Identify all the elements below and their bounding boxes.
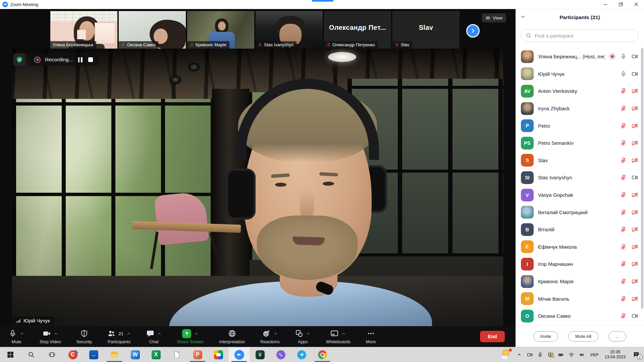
chat-caret-icon[interactable] bbox=[157, 331, 162, 336]
taskbar-search-icon bbox=[28, 351, 35, 358]
participant-avatar: P bbox=[521, 119, 534, 132]
view-button[interactable]: View bbox=[482, 13, 506, 22]
participant-row[interactable]: VVasya Gopchak bbox=[516, 186, 641, 204]
weather-widget[interactable] bbox=[500, 349, 512, 361]
language-indicator[interactable]: УКР bbox=[587, 347, 601, 362]
tray-cast-button[interactable] bbox=[545, 347, 556, 362]
taskbar-explorer[interactable] bbox=[104, 347, 125, 362]
participant-row[interactable]: Уляна Бережниц... (Host, me) bbox=[516, 48, 641, 65]
tray-volume-button[interactable] bbox=[577, 347, 587, 362]
taskbar-ccleaner[interactable]: C bbox=[62, 347, 83, 362]
filmstrip-tile-3[interactable]: Кривоніс Марія bbox=[187, 11, 254, 49]
taskbar-clock[interactable]: 15:3513.04.2023 bbox=[601, 347, 629, 362]
participant-avatar bbox=[521, 275, 534, 288]
participant-name: Anton Vterkovsky bbox=[538, 88, 577, 94]
filmstrip-tile-6[interactable]: SlavSlav bbox=[392, 11, 460, 49]
reactions-caret-icon[interactable] bbox=[273, 331, 278, 336]
toolbar-more[interactable]: More bbox=[366, 329, 376, 344]
taskbar-word[interactable]: W bbox=[125, 347, 146, 362]
tray-battery-button[interactable] bbox=[556, 347, 566, 362]
mute-all-button[interactable]: Mute All bbox=[568, 331, 598, 342]
toolbar-interpretation[interactable]: Interpretation bbox=[219, 329, 245, 344]
taskbar-diia[interactable] bbox=[250, 347, 270, 362]
close-button[interactable] bbox=[629, 0, 644, 9]
viber-phone-icon bbox=[279, 353, 283, 357]
restore-button[interactable] bbox=[613, 0, 629, 9]
apps-caret-icon[interactable] bbox=[306, 331, 311, 336]
participant-row[interactable]: AVAnton Vterkovsky bbox=[516, 82, 641, 100]
tray-mic-button[interactable] bbox=[535, 347, 545, 362]
participants-more-button[interactable]: ... bbox=[608, 331, 626, 342]
tray-camera-button[interactable] bbox=[525, 347, 535, 362]
stop-video-caret-icon[interactable] bbox=[54, 331, 58, 336]
tray-expand-button[interactable] bbox=[514, 347, 525, 362]
participant-row[interactable]: IІгор Марчишин bbox=[516, 255, 641, 273]
thumbnail-name: Олександр Петренко bbox=[332, 42, 375, 47]
main-video[interactable]: Recording... Юрій Чучук bbox=[12, 49, 503, 326]
taskbar-task-view[interactable] bbox=[42, 347, 62, 362]
taskbar-spacer bbox=[333, 347, 500, 362]
taskbar-teamviewer[interactable]: ↔ bbox=[83, 347, 104, 362]
search-input[interactable] bbox=[521, 29, 639, 42]
toolbar-share-screen[interactable]: Share Screen bbox=[177, 329, 204, 344]
taskbar-telegram[interactable] bbox=[291, 347, 312, 362]
next-participants-page-button[interactable] bbox=[466, 24, 480, 38]
pause-recording-button[interactable] bbox=[77, 57, 83, 63]
taskbar-start[interactable] bbox=[0, 347, 21, 362]
participant-row[interactable]: Виталий Смотрицкий bbox=[516, 203, 641, 221]
whiteboards-caret-icon[interactable] bbox=[341, 331, 346, 336]
share-screen-caret-icon[interactable] bbox=[194, 331, 199, 336]
toolbar-chat[interactable]: Chat bbox=[146, 329, 162, 344]
participant-row[interactable]: MМічак Василь bbox=[516, 290, 641, 307]
participant-row[interactable]: Кривоніс Марія bbox=[516, 273, 641, 290]
participant-row[interactable]: Юрій Чучук bbox=[516, 65, 641, 83]
filmstrip-tile-2[interactable]: Оксана Савко bbox=[119, 11, 186, 49]
participant-row[interactable]: SIStas Ivanyshyn bbox=[516, 169, 641, 186]
toolbar-label: Interpretation bbox=[219, 339, 245, 344]
taskbar-powerpoint[interactable]: P bbox=[187, 347, 208, 362]
taskbar-libreoffice[interactable] bbox=[166, 347, 187, 362]
participant-avatar: S bbox=[521, 154, 534, 167]
toolbar-participants[interactable]: 21Participants bbox=[107, 329, 130, 344]
toolbar-label: Stop Video bbox=[40, 339, 61, 344]
toolbar-reactions[interactable]: Reactions bbox=[260, 329, 280, 344]
participant-row[interactable]: ЄЄфімчук Микола bbox=[516, 238, 641, 256]
participant-row[interactable]: BВіталій bbox=[516, 221, 641, 238]
taskbar-chrome[interactable] bbox=[312, 347, 333, 362]
participants-caret-icon[interactable] bbox=[126, 331, 131, 336]
mute-caret-icon[interactable] bbox=[20, 331, 24, 336]
restore-icon bbox=[619, 2, 623, 6]
thumbnail-name: Оксана Савко bbox=[127, 42, 155, 47]
filmstrip-tile-4[interactable]: Stas Ivanyshyn bbox=[256, 11, 323, 49]
taskbar-zoom[interactable] bbox=[229, 347, 250, 362]
panel-scrollbar[interactable] bbox=[641, 48, 643, 309]
participant-row[interactable]: OОксана Савко bbox=[516, 307, 641, 325]
participant-row[interactable]: PPetro bbox=[516, 117, 641, 134]
participant-row[interactable]: SSlav bbox=[516, 152, 641, 169]
end-meeting-button[interactable]: End bbox=[480, 331, 505, 342]
taskbar-search[interactable] bbox=[21, 347, 42, 362]
taskbar-meet[interactable] bbox=[208, 347, 229, 362]
security-shield-badge[interactable] bbox=[13, 53, 26, 66]
invite-button[interactable]: Invite bbox=[533, 331, 558, 342]
taskbar-excel[interactable]: X bbox=[146, 347, 166, 362]
taskbar-viber[interactable] bbox=[270, 347, 291, 362]
stop-recording-button[interactable] bbox=[88, 57, 94, 63]
toolbar-whiteboards[interactable]: Whiteboards bbox=[326, 329, 351, 344]
toolbar-mute[interactable]: Mute bbox=[9, 329, 24, 344]
filmstrip-tile-5[interactable]: Олександр Пет...Олександр Петренко bbox=[324, 11, 391, 49]
participant-row[interactable]: PSPetro Semankiv bbox=[516, 134, 641, 152]
toolbar-security[interactable]: Security bbox=[76, 329, 92, 344]
collapse-panel-button[interactable] bbox=[520, 14, 526, 19]
windows-taskbar: C↔WXPУКР15:3513.04.20232 bbox=[0, 347, 644, 362]
tray-wifi-button[interactable] bbox=[566, 347, 577, 362]
notification-center-button[interactable]: 2 bbox=[629, 347, 644, 362]
file-explorer-icon bbox=[110, 350, 119, 359]
minimize-button[interactable] bbox=[598, 0, 613, 9]
toolbar-stop-video[interactable]: Stop Video bbox=[40, 329, 61, 344]
chevron-right-icon bbox=[470, 28, 476, 34]
toolbar-apps[interactable]: Apps bbox=[295, 329, 311, 344]
participant-name: Iryna Zhyback bbox=[538, 106, 570, 111]
filmstrip-tile-1[interactable]: Уляна Бережницька bbox=[50, 11, 117, 49]
participant-row[interactable]: Iryna Zhyback bbox=[516, 100, 641, 117]
